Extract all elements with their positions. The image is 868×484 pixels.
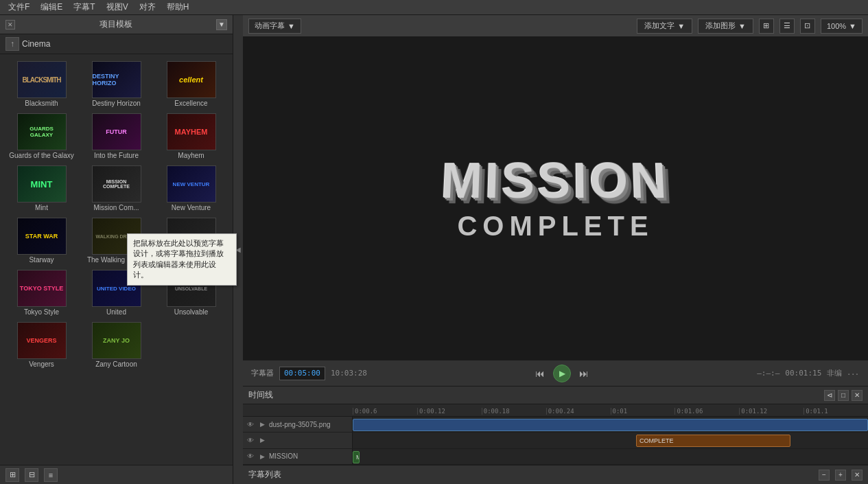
template-label-starwars: Starway xyxy=(29,256,54,264)
add-text-btn[interactable]: 添加文字 ▼ xyxy=(637,19,692,34)
bottom-panel-title: 字幕列表 xyxy=(248,469,813,481)
add-shape-dropdown-icon: ▼ xyxy=(738,22,746,30)
zoom-label: 100% xyxy=(827,22,846,30)
template-thumb-mission: MISSION COMPLETE xyxy=(92,165,141,203)
duration-value: 00:01:15 xyxy=(785,369,821,378)
left-panel: ✕ 项目模板 ▼ ↑ Cinema BLACKSMITHBlacksmithDE… xyxy=(0,15,233,484)
breadcrumb-up-btn[interactable]: ↑ xyxy=(5,37,19,51)
timeline-close-btn[interactable]: ✕ xyxy=(852,390,863,401)
template-label-future: Into the Future xyxy=(94,152,139,160)
track-content-1[interactable]: COMPLETE xyxy=(353,433,868,448)
template-thumb-future: FUTUR xyxy=(92,113,141,150)
list-view-btn[interactable]: ☰ xyxy=(779,19,795,34)
bottom-close2-btn[interactable]: ✕ xyxy=(852,470,863,481)
complete-text: COMPLETE xyxy=(441,211,669,242)
bottom-panel: 字幕列表 − + ✕ xyxy=(243,465,868,484)
menu-edit[interactable]: 编辑E xyxy=(35,0,68,14)
bottom-minus-btn[interactable]: − xyxy=(819,470,830,481)
template-label-excellence: Excellence xyxy=(174,100,207,108)
template-item-destiny[interactable]: DESTINY HORIZODestiny Horizon xyxy=(80,60,152,109)
fit-btn[interactable]: ⊡ xyxy=(800,19,815,34)
current-timecode[interactable]: 00:05:00 xyxy=(279,367,325,380)
skip-forward-btn[interactable]: ⏭ xyxy=(576,366,591,381)
left-panel-title-text: 项目模板 xyxy=(99,19,132,30)
skip-back-btn[interactable]: ⏮ xyxy=(532,366,548,381)
template-label-unsolvable: Unsolvable xyxy=(174,308,208,316)
more-btn[interactable]: ··· xyxy=(847,368,860,379)
template-item-tokyo[interactable]: TOKYO STYLETokyo Style xyxy=(5,268,78,318)
dropdown-btn[interactable]: ▼ xyxy=(216,19,227,30)
ruler-mark: 0:00.6 xyxy=(353,408,417,415)
track-clip-1[interactable]: COMPLETE xyxy=(636,435,790,447)
ruler-mark: 0:01.06 xyxy=(675,408,739,415)
footer-list-btn[interactable]: ≡ xyxy=(44,468,58,482)
non-edit-label: 非编 xyxy=(827,368,842,378)
menu-help[interactable]: 帮助H xyxy=(161,0,195,14)
timeline-btn2[interactable]: □ xyxy=(838,390,849,401)
footer-add-btn[interactable]: ⊞ xyxy=(5,468,19,482)
menu-subtitle[interactable]: 字幕T xyxy=(68,0,100,14)
play-btn[interactable]: ▶ xyxy=(553,365,571,382)
main-layout: ✕ 项目模板 ▼ ↑ Cinema BLACKSMITHBlacksmithDE… xyxy=(0,15,868,484)
track-expand-0[interactable]: ▶ xyxy=(258,420,266,428)
track-row-1: 👁▶COMPLETE xyxy=(243,433,868,448)
top-toolbar: 动画字幕 ▼ 添加文字 ▼ 添加图形 ▼ ⊞ ☰ ⊡ 100% ▼ xyxy=(243,15,868,37)
left-panel-controls: ▼ xyxy=(216,19,227,30)
template-thumb-blacksmith: BLACKSMITH xyxy=(17,61,67,98)
template-item-future[interactable]: FUTURInto the Future xyxy=(80,112,152,161)
template-item-mint[interactable]: MINTMint xyxy=(5,164,78,214)
mission-preview: MISSION COMPLETE xyxy=(441,156,669,242)
template-item-mayhem[interactable]: MAYHEMMayhem xyxy=(155,112,227,161)
track-content-2[interactable]: MISSION xyxy=(353,449,868,464)
total-timecode: 10:03:28 xyxy=(331,369,367,378)
template-thumb-starwars: STAR WAR xyxy=(17,218,67,255)
track-content-0[interactable] xyxy=(353,417,868,432)
tooltip-box: 把鼠标放在此处以预览字幕设计，或将字幕拖拉到播放列表或编辑器来使用此设计。 xyxy=(127,233,237,286)
footer-folder-btn[interactable]: ⊟ xyxy=(25,468,38,482)
template-label-united: United xyxy=(106,308,126,316)
add-shape-label: 添加图形 xyxy=(705,21,736,31)
template-item-vengers[interactable]: VENGERSVengers xyxy=(5,321,78,370)
track-expand-2[interactable]: ▶ xyxy=(258,452,266,461)
track-clip-2[interactable]: MISSION xyxy=(353,451,360,463)
template-label-newventure: New Venture xyxy=(172,204,211,212)
track-expand-1[interactable]: ▶ xyxy=(258,436,266,444)
preview-area: MISSION COMPLETE xyxy=(243,37,868,360)
menu-view[interactable]: 视图V xyxy=(101,0,134,14)
template-item-newventure[interactable]: NEW VENTURNew Venture xyxy=(155,164,227,214)
ruler-mark: 0:01.1 xyxy=(804,408,868,415)
menu-file[interactable]: 文件F xyxy=(3,0,35,14)
template-label-tokyo: Tokyo Style xyxy=(24,308,59,316)
template-thumb-zany: ZANY JO xyxy=(92,322,141,359)
template-label-mayhem: Mayhem xyxy=(178,152,204,160)
timeline-btn1[interactable]: ⊲ xyxy=(824,390,835,401)
template-item-starwars[interactable]: STAR WARStarway xyxy=(5,216,78,266)
track-eye-1[interactable]: 👁 xyxy=(246,435,255,445)
template-item-excellence[interactable]: cellentExcellence xyxy=(155,60,227,109)
animation-dropdown[interactable]: 动画字幕 ▼ xyxy=(248,19,301,34)
track-eye-0[interactable]: 👁 xyxy=(246,419,255,429)
panel-title-label: 项目模板 xyxy=(99,19,132,30)
add-text-dropdown-icon: ▼ xyxy=(677,22,685,30)
grid-view-btn[interactable]: ⊞ xyxy=(759,19,774,34)
bottom-plus-btn[interactable]: + xyxy=(835,470,846,481)
breadcrumb-bar: ↑ Cinema xyxy=(0,34,233,54)
template-thumb-destiny: DESTINY HORIZO xyxy=(92,61,141,98)
close-btn[interactable]: ✕ xyxy=(5,20,15,30)
template-thumb-vengers: VENGERS xyxy=(17,322,67,359)
template-thumb-tokyo: TOKYO STYLE xyxy=(17,270,67,307)
template-item-zany[interactable]: ZANY JOZany Cartoon xyxy=(80,321,152,370)
track-clip-0[interactable] xyxy=(353,419,868,431)
animation-label: 动画字幕 xyxy=(255,21,285,31)
right-panel: 动画字幕 ▼ 添加文字 ▼ 添加图形 ▼ ⊞ ☰ ⊡ 100% ▼ MISSI xyxy=(243,15,868,484)
template-item-blacksmith[interactable]: BLACKSMITHBlacksmith xyxy=(5,60,78,109)
zoom-dropdown[interactable]: 100% ▼ xyxy=(821,19,863,34)
template-label-blacksmith: Blacksmith xyxy=(25,100,58,108)
track-eye-2[interactable]: 👁 xyxy=(246,452,255,461)
template-item-guards[interactable]: GUARDS GALAXYGuards of the Galaxy xyxy=(5,112,78,161)
zoom-dropdown-icon: ▼ xyxy=(849,22,856,30)
add-shape-btn[interactable]: 添加图形 ▼ xyxy=(698,19,753,34)
template-item-mission[interactable]: MISSION COMPLETEMission Com... xyxy=(80,164,152,214)
menu-align[interactable]: 对齐 xyxy=(134,0,161,14)
template-thumb-mayhem: MAYHEM xyxy=(167,113,216,150)
